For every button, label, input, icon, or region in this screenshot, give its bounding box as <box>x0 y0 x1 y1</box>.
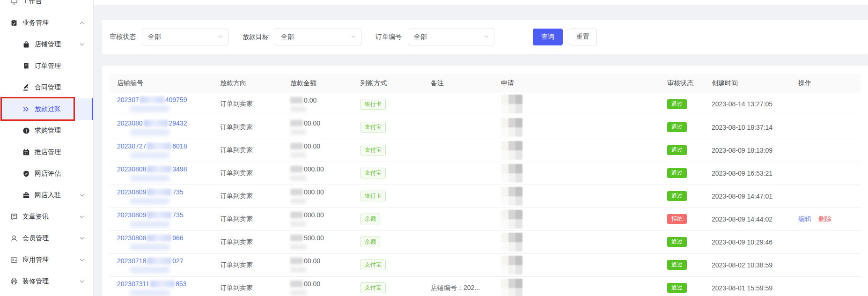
redacted-id-subline <box>130 290 169 296</box>
redacted-amount-segment <box>290 120 303 126</box>
redacted-id-segment <box>147 212 171 218</box>
edit-link[interactable]: 编辑 <box>798 215 811 222</box>
gavel-icon <box>22 84 30 91</box>
briefcase-icon <box>22 192 30 199</box>
shop-id-link[interactable]: 20230718027 <box>117 257 184 265</box>
sidebar-item-shop[interactable]: 店铺管理 <box>0 34 93 55</box>
chevron-down-icon <box>79 279 85 284</box>
shop-id-link[interactable]: 202307409759 <box>117 96 187 104</box>
loan-table: 店铺编号放款方向放款金额到账方式备注申请审核状态创建时间操作 202307409… <box>110 74 861 296</box>
status-cell: 拒绝 <box>660 207 704 230</box>
loan-target-select[interactable]: 全部 <box>275 29 361 45</box>
column-header: 申请 <box>493 74 660 93</box>
shop-id-link[interactable]: 202307311853 <box>117 280 186 288</box>
redacted-amount-subline <box>290 129 306 135</box>
redacted-amount-segment <box>290 235 303 241</box>
sidebar-item-contract[interactable]: 合同管理 <box>0 77 93 98</box>
shop-id-cell: 202307276018 <box>110 139 213 162</box>
created-time: 2023-08-09 14:44:02 <box>704 207 791 230</box>
status-cell: 通过 <box>660 276 704 296</box>
table-row: 20230718027订单到卖家00.00支付宝通过2023-08-02 10:… <box>110 253 861 276</box>
loan-direction: 订单到卖家 <box>213 230 283 253</box>
redacted-id-subline <box>130 106 169 112</box>
loan-direction: 订单到卖家 <box>213 139 283 162</box>
chat-icon <box>10 213 18 221</box>
shop-id-link[interactable]: 20230809735 <box>117 188 184 196</box>
redacted-id-subline <box>130 175 169 181</box>
sidebar-item-label: 应用管理 <box>22 256 49 264</box>
table-row: 20230809735订单到卖家000.00银行卡通过2023-08-09 14… <box>110 185 861 207</box>
arrival-method-cell: 支付宝 <box>353 276 423 296</box>
sidebar-item-members[interactable]: 会员管理 <box>0 228 93 249</box>
order-no-select[interactable]: 全部 <box>408 29 494 45</box>
sidebar-item-promote[interactable]: 推店管理 <box>0 141 93 163</box>
delete-link[interactable]: 删除 <box>818 215 831 222</box>
sidebar-item-settle[interactable]: 网店入驻 <box>0 185 93 206</box>
filter-group-order-no: 订单编号全部 <box>375 29 494 45</box>
redacted-id-subline <box>130 244 169 250</box>
created-time: 2023-08-10 18:37:14 <box>704 116 791 139</box>
redacted-amount-subline <box>290 152 306 158</box>
actions-cell <box>791 253 861 276</box>
sidebar-item-label: 网店入驻 <box>35 191 61 200</box>
search-button[interactable]: 查询 <box>533 29 563 45</box>
column-header: 备注 <box>423 74 493 93</box>
redacted-amount-segment <box>290 281 303 287</box>
sidebar-item-apps[interactable]: 应用管理 <box>0 249 93 271</box>
filter-label: 审核状态 <box>110 33 136 41</box>
sidebar-item-buy[interactable]: 求购管理 <box>0 120 93 141</box>
arrival-method-tag: 余额 <box>360 214 380 224</box>
status-cell: 通过 <box>660 116 704 139</box>
receipt-icon <box>22 62 30 70</box>
chevron-down-icon <box>79 236 85 241</box>
sidebar-item-loan[interactable]: 放款过账 <box>0 98 93 120</box>
arrival-method-tag: 支付宝 <box>360 168 386 178</box>
arrival-method-cell: 银行卡 <box>353 93 423 116</box>
redacted-id-segment <box>147 235 171 241</box>
created-time: 2023-08-14 13:27:05 <box>704 93 791 116</box>
shop-id-link[interactable]: 202307276018 <box>117 142 187 150</box>
sidebar-item-workbench[interactable]: 工作台 <box>0 0 93 12</box>
remark-cell <box>423 93 493 116</box>
sidebar-item-evaluate[interactable]: 网店评估 <box>0 163 93 185</box>
sidebar-item-business[interactable]: 业务管理 <box>0 12 93 34</box>
status-badge: 拒绝 <box>667 214 687 224</box>
loan-direction: 订单到卖家 <box>213 207 283 230</box>
redacted-amount-segment <box>290 258 303 264</box>
shop-id-link[interactable]: 20230809735 <box>117 211 184 219</box>
sidebar-item-decorate[interactable]: 装修管理 <box>0 271 93 292</box>
table-row: 20230808966订单到卖家500.00余额通过2023-08-09 10:… <box>110 230 861 253</box>
redacted-amount-subline <box>290 106 306 112</box>
actions-cell <box>791 162 861 185</box>
redacted-id-segment <box>147 143 171 149</box>
applicant-cell <box>493 116 660 139</box>
sidebar-item-articles[interactable]: 文章资讯 <box>0 206 93 228</box>
loan-amount: 00.00 <box>283 276 353 296</box>
audit-status-select[interactable]: 全部 <box>142 29 228 45</box>
redacted-amount-subline <box>290 198 306 204</box>
sidebar: 工作台业务管理店铺管理订单管理合同管理放款过账求购管理推店管理网店评估网店入驻文… <box>0 0 94 296</box>
actions-cell <box>791 230 861 253</box>
reset-button[interactable]: 重置 <box>569 29 597 45</box>
arrival-method-tag: 支付宝 <box>360 282 386 293</box>
status-cell: 通过 <box>660 185 704 207</box>
created-time: 2023-08-01 15:59:59 <box>704 276 791 296</box>
table-row: 202308029432订单到卖家00.00支付宝通过2023-08-10 18… <box>110 116 861 139</box>
shop-id-link[interactable]: 202308029432 <box>117 119 187 127</box>
filter-group-audit-status: 审核状态全部 <box>110 29 228 45</box>
table-row: 202307311853订单到卖家00.00支付宝店铺编号：202...通过20… <box>110 276 861 296</box>
redacted-amount-segment <box>290 166 303 172</box>
applicant-cell <box>493 139 660 162</box>
column-header: 放款方向 <box>213 74 283 93</box>
actions-cell <box>791 93 861 116</box>
shop-id-cell: 202308029432 <box>110 116 213 139</box>
loan-amount: 000.00 <box>283 207 353 230</box>
shop-id-link[interactable]: 202308083498 <box>117 165 187 173</box>
status-badge: 通过 <box>667 283 687 293</box>
loan-amount: 000.00 <box>283 185 353 207</box>
redacted-id-segment <box>147 258 171 264</box>
sidebar-item-order[interactable]: 订单管理 <box>0 55 93 77</box>
redacted-applicant <box>501 279 522 296</box>
sidebar-item-label: 求购管理 <box>35 126 61 135</box>
shop-id-link[interactable]: 20230808966 <box>117 234 184 242</box>
